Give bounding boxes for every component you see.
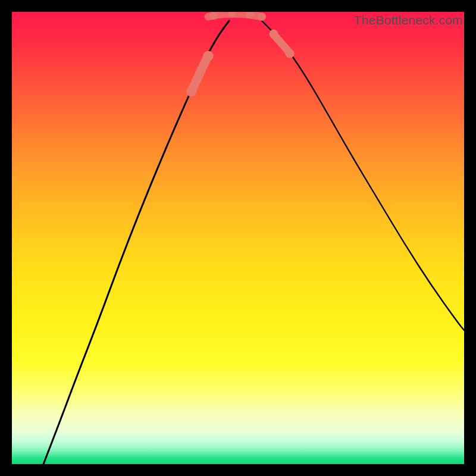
watermark-text: TheBottleneck.com: [354, 13, 463, 27]
chart-frame: TheBottleneck.com: [0, 0, 476, 476]
series-right-branch: [262, 21, 464, 330]
chart-points-group: [187, 12, 295, 96]
dot-trough-d: [258, 12, 266, 21]
dot-left-lower: [203, 51, 214, 61]
chart-svg: [12, 12, 464, 464]
chart-plot-area: [12, 12, 464, 464]
dot-right-lower: [270, 30, 278, 39]
chart-series-group: [43, 14, 464, 464]
dot-left-upper: [187, 86, 197, 96]
dot-right-upper: [286, 49, 295, 58]
series-left-branch: [43, 21, 229, 464]
